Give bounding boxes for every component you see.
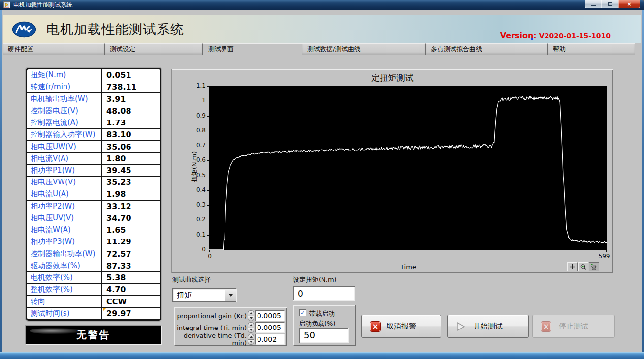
pid-spinner[interactable]	[248, 322, 254, 333]
table-row: 相电压UV(V)34.70	[27, 212, 160, 224]
pid-spinner[interactable]	[248, 334, 254, 345]
y-tick-mark	[207, 116, 209, 117]
window-border-right	[642, 10, 644, 352]
spinner-down-button[interactable]	[248, 316, 254, 322]
tab-4[interactable]: 测试数据/测试曲线	[302, 43, 426, 55]
y-tick-label: 1.1	[187, 82, 206, 89]
measurement-label: 相电压VW(V)	[27, 177, 102, 188]
warning-gloss	[30, 328, 84, 334]
cursor-crosshair-tool-button[interactable]	[567, 262, 578, 271]
tab-bar: 硬件配置测试设定测试界面测试数据/测试曲线多点测试拟合曲线帮助	[3, 43, 641, 55]
measurement-label: 驱动器效率(%)	[27, 260, 102, 271]
x-tick-599	[606, 250, 607, 252]
chart-title: 定扭矩测试	[172, 72, 613, 84]
table-row: 相功率P2(W)33.12	[27, 201, 160, 212]
measurement-value: 87.33	[103, 260, 160, 271]
tab-3-active[interactable]: 测试界面	[203, 43, 302, 55]
y-tick-mark	[207, 205, 209, 206]
table-row: 相电流U(A)1.98	[27, 188, 160, 200]
torque-curve	[209, 86, 607, 250]
measurement-value: 39.45	[103, 165, 160, 176]
close-button[interactable]: ×	[618, 0, 640, 8]
pid-spinner[interactable]	[248, 310, 254, 321]
pid-value-input[interactable]: 0.0005	[255, 310, 285, 321]
magnifier-icon	[580, 264, 587, 270]
table-row: 整机效率(%)4.70	[27, 284, 160, 296]
app-window: 电机加载性能测试系统 × 电机加载性能测试系统 Version: V2020-0…	[0, 0, 644, 359]
dropdown-arrow-button[interactable]	[225, 289, 236, 301]
graph-palette	[567, 262, 599, 271]
y-tick-mark	[207, 101, 209, 101]
pan-tool-button[interactable]	[589, 262, 599, 271]
spinner-up-button[interactable]	[248, 334, 254, 339]
load-start-cluster: ✓ 带载启动 启动负载(%) 50	[293, 305, 356, 346]
zoom-tool-button[interactable]	[578, 262, 588, 271]
triangle-up-icon	[250, 312, 253, 314]
set-torque-label: 设定扭矩(N.m)	[293, 275, 337, 284]
measurement-label: 相电压UV(V)	[27, 212, 102, 224]
measurement-value: 48.08	[103, 105, 160, 117]
window-border-bottom	[0, 352, 644, 359]
pid-row: derivative time (Td, min)0.002	[175, 333, 286, 345]
measurement-label: 转向	[27, 296, 102, 307]
measurement-label: 相功率P1(W)	[27, 165, 102, 176]
tab-1[interactable]: 硬件配置	[3, 43, 105, 55]
window-titlebar: 电机加载性能测试系统 ×	[0, 0, 644, 10]
button-label: 开始测试	[473, 322, 503, 331]
y-tick-mark	[207, 160, 209, 161]
table-row: 相电压UW(V)35.06	[27, 141, 160, 152]
pid-label: derivative time (Td, min)	[175, 332, 247, 347]
minimize-button[interactable]	[585, 0, 602, 8]
pid-label: proportional gain (Kc)	[175, 312, 247, 320]
curve-select-value: 扭矩	[173, 289, 225, 301]
spinner-down-button[interactable]	[248, 339, 254, 345]
measurement-label: 控制器输出功率(W)	[27, 248, 102, 260]
measurement-value: 0.051	[103, 69, 160, 81]
y-tick-mark	[207, 235, 209, 236]
y-tick-label: 0.8	[187, 127, 206, 134]
pid-value-input[interactable]: 0.0005	[255, 322, 285, 333]
load-start-checkbox[interactable]: ✓	[299, 309, 306, 316]
start-load-input[interactable]: 50	[299, 328, 349, 343]
tab-2[interactable]: 测试设定	[105, 43, 203, 55]
y-tick-label: 1	[187, 97, 206, 104]
version-text: Version: V2020-01-15-1010	[500, 31, 611, 40]
measurement-label: 整机效率(%)	[27, 284, 102, 295]
set-torque-input[interactable]: 0	[293, 286, 355, 301]
red-x-square-icon: ×	[370, 321, 381, 332]
curve-select-dropdown[interactable]: 扭矩	[172, 288, 236, 302]
chart-plot-area[interactable]	[209, 86, 607, 250]
crosshair-icon	[569, 264, 576, 270]
measurement-value: 33.12	[103, 201, 160, 212]
measurement-value: 35.06	[103, 141, 160, 152]
spinner-up-button[interactable]	[248, 322, 254, 328]
tab-5[interactable]: 多点测试拟合曲线	[426, 43, 548, 55]
table-row: 相功率P1(W)39.45	[27, 165, 160, 177]
spinner-up-button[interactable]	[248, 310, 254, 316]
spinner-down-button[interactable]	[248, 328, 254, 333]
y-tick-mark	[207, 131, 209, 131]
table-row: 驱动器效率(%)87.33	[27, 260, 160, 272]
labview-vi-icon	[3, 1, 10, 8]
tab-6[interactable]: 帮助	[548, 43, 635, 55]
table-row: 相电流W(A)1.65	[27, 224, 160, 236]
table-row: 电机效率(%)5.38	[27, 272, 160, 284]
start-test-button[interactable]: 开始测试	[447, 315, 529, 338]
x-tick-label-min: 0	[204, 253, 215, 260]
measurement-label: 相电流W(A)	[27, 224, 102, 236]
measurement-label: 控制器电流(A)	[27, 117, 102, 128]
measurement-value: 83.10	[103, 129, 160, 140]
table-row: 控制器输入功率(W)83.10	[27, 129, 160, 141]
measurement-value: 738.11	[103, 81, 160, 92]
y-tick-mark	[207, 176, 209, 176]
table-row: 控制器电流(A)1.73	[27, 117, 160, 129]
cancel-alarm-button[interactable]: ×取消报警	[361, 315, 441, 338]
pid-value-input[interactable]: 0.002	[255, 334, 285, 345]
measurement-label: 电机输出功率(W)	[27, 93, 102, 104]
triangle-down-icon	[250, 329, 253, 331]
play-triangle-icon	[455, 321, 466, 332]
button-label: 停止测试	[559, 322, 588, 331]
measurement-label: 相功率P3(W)	[27, 236, 102, 247]
maximize-button[interactable]	[602, 0, 618, 8]
measurement-label: 转速(r/min)	[27, 81, 102, 92]
